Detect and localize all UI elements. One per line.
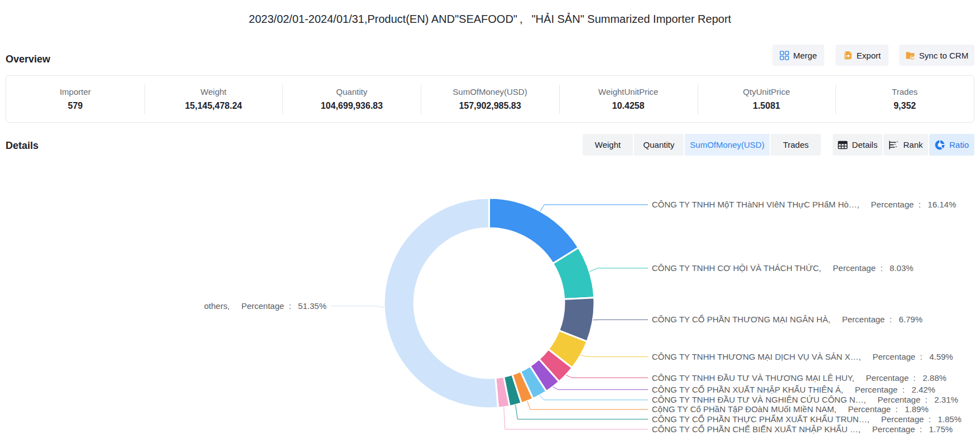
- svg-text:CÔNG TY TNHH CƠ HỘI VÀ THÁCH T: CÔNG TY TNHH CƠ HỘI VÀ THÁCH THỨC, Perce…: [652, 263, 914, 273]
- svg-text:CÔNG TY CỔ PHẦN CHẾ BIẾN XUẤT: CÔNG TY CỔ PHẦN CHẾ BIẾN XUẤT NHẬP KHẨU …: [652, 424, 953, 434]
- svg-text:CÔNG TY CỔ PHẦN THỰC PHẨM XUẤT: CÔNG TY CỔ PHẦN THỰC PHẨM XUẤT KHẨU TRUN…: [652, 414, 962, 424]
- svg-text:others, Percentage : 51: others, Percentage : 51.35%: [204, 301, 326, 311]
- svg-text:CÔNG TY CỔ PHẦN XUẤT NHẬP KHẨU: CÔNG TY CỔ PHẦN XUẤT NHẬP KHẨU THIÊN Á, …: [652, 385, 935, 394]
- svg-text:CÔNG TY TNHH THƯƠNG MẠI DỊCH V: CÔNG TY TNHH THƯƠNG MẠI DỊCH VỤ VÀ SẢN X…: [652, 352, 953, 361]
- svg-text:CộNG TY Cổ PHầN TậP ĐOàN MUốI: CộNG TY Cổ PHầN TậP ĐOàN MUốI MIềN NAM, …: [652, 404, 929, 414]
- svg-text:CÔNG TY TNHH MộT THàNH VIêN TH: CÔNG TY TNHH MộT THàNH VIêN THựC PHẩM Hò…: [652, 200, 956, 209]
- svg-text:CÔNG TY CỔ PHẦN THƯƠNG MẠI NGÂ: CÔNG TY CỔ PHẦN THƯƠNG MẠI NGÂN HÀ, Perc…: [652, 315, 923, 324]
- svg-text:CÔNG TY TNHH ĐẦU TƯ VÀ NGHIÊN: CÔNG TY TNHH ĐẦU TƯ VÀ NGHIÊN CỨU CÔNG N…: [652, 395, 958, 404]
- svg-text:CÔNG TY TNHH ĐẦU TƯ VÀ THƯƠNG: CÔNG TY TNHH ĐẦU TƯ VÀ THƯƠNG MẠI LÊ HUY…: [652, 373, 947, 383]
